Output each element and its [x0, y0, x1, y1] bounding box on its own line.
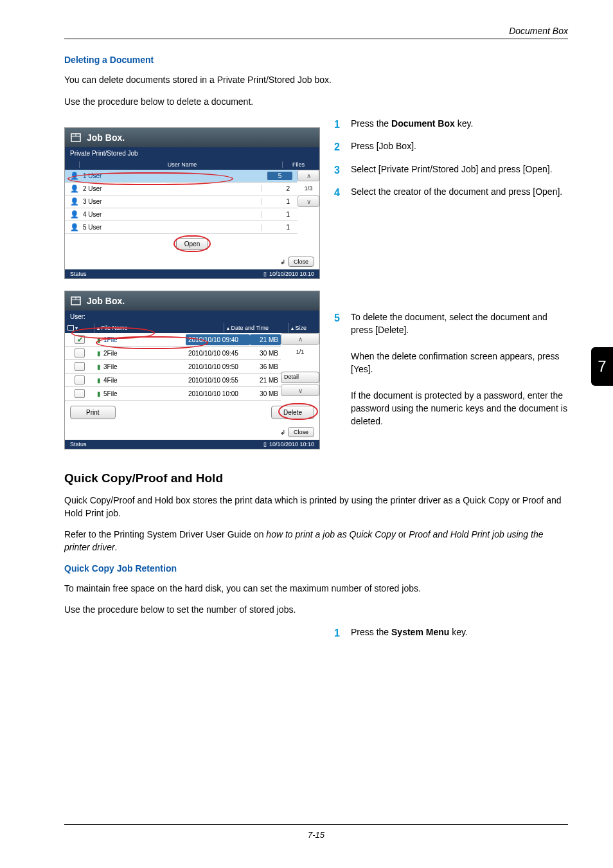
timestamp: 10/10/2010 10:10 — [269, 441, 314, 448]
step-num: 2 — [334, 140, 351, 154]
select-all[interactable]: ▾ — [65, 323, 94, 333]
col-date: Date and Time — [231, 325, 269, 331]
intro-p2: Use the procedure below to delete a docu… — [64, 96, 568, 109]
user-icon: 👤 — [70, 172, 79, 180]
file-checkbox[interactable] — [75, 362, 85, 371]
panel-title: Job Box. — [87, 296, 125, 306]
section2-step-1: 1 Press the System Menu key. — [334, 626, 568, 640]
user-row[interactable]: 👤2 User2 — [65, 183, 298, 195]
file-checkbox[interactable] — [75, 348, 85, 357]
file-checkbox[interactable]: ✔ — [75, 335, 85, 344]
file-name: 1File — [103, 336, 118, 343]
file-row[interactable]: ▮2File2010/10/10 09:4530 MB — [65, 347, 281, 360]
file-size: 21 MB — [250, 375, 281, 386]
section2-sub: Quick Copy Job Retention — [64, 563, 568, 574]
doc-icon: ▮ — [97, 336, 101, 343]
print-button[interactable]: Print — [70, 406, 116, 419]
file-header: ▾ ▴ File Name ▴ Date and Time ▴ Size — [65, 323, 319, 333]
step-3: 3 Select [Private Print/Stored Job] and … — [334, 163, 568, 177]
divider — [64, 39, 568, 39]
panel-title: Job Box. — [87, 132, 125, 143]
file-checkbox[interactable] — [75, 375, 85, 384]
open-button[interactable]: Open — [176, 238, 208, 250]
nav-page: 1/3 — [298, 183, 319, 194]
user-name: 1 User — [83, 172, 262, 179]
doc-icon: ▮ — [97, 377, 101, 384]
list-header: User Name Files — [65, 159, 319, 170]
step-num: 4 — [334, 185, 351, 200]
file-name: 5File — [103, 390, 118, 397]
step-4: 4 Select the creator of the document and… — [334, 185, 568, 200]
flag-icon: ▯ — [263, 271, 267, 277]
col-file-name: File Name — [102, 325, 128, 331]
box-icon — [70, 295, 82, 307]
enter-icon: ↲ — [280, 429, 285, 436]
page-footer: 7-15 — [64, 824, 568, 840]
status-label: Status — [70, 271, 87, 277]
flag-icon: ▯ — [263, 441, 267, 448]
timestamp: 10/10/2010 10:10 — [269, 271, 314, 277]
file-count: 2 — [262, 185, 292, 192]
doc-icon: ▮ — [97, 350, 101, 357]
close-button[interactable]: Close — [288, 257, 314, 267]
step-num: 1 — [334, 626, 351, 640]
chapter-tab: 7 — [591, 347, 613, 386]
nav-page: 1/1 — [281, 346, 319, 357]
delete-button[interactable]: Delete — [271, 406, 314, 419]
file-checkbox[interactable] — [75, 389, 85, 398]
doc-icon: ▮ — [97, 363, 101, 370]
job-box-users-panel: Job Box. Private Print/Stored Job User N… — [64, 127, 320, 279]
file-size: 30 MB — [250, 388, 281, 399]
user-row[interactable]: 👤3 User1 — [65, 195, 298, 208]
step-1: 1 Press the Document Box key. — [334, 117, 568, 132]
panel-titlebar: Job Box. — [65, 291, 319, 311]
col-size: Size — [296, 325, 307, 331]
file-date: 2010/10/10 09:55 — [186, 375, 250, 386]
intro-p1: You can delete documents stored in a Pri… — [64, 74, 568, 87]
section2-p4: Use the procedure below to set the numbe… — [64, 604, 568, 617]
detail-button[interactable]: Detail — [281, 372, 319, 383]
file-row[interactable]: ▮4File2010/10/10 09:5521 MB — [65, 374, 281, 387]
nav-down[interactable]: ∨ — [281, 384, 319, 396]
file-date: 2010/10/10 09:40 — [186, 334, 250, 345]
box-icon — [70, 132, 82, 143]
crumb: Private Print/Stored Job — [65, 147, 319, 159]
section2-p1: Quick Copy/Proof and Hold box stores the… — [64, 494, 568, 520]
user-name: 2 User — [83, 185, 262, 192]
col-files: Files — [282, 161, 314, 168]
user-name: 5 User — [83, 224, 262, 231]
user-row[interactable]: 👤1 User5 — [65, 170, 298, 183]
user-row[interactable]: 👤5 User1 — [65, 221, 298, 234]
file-row[interactable]: ✔▮1File2010/10/10 09:4021 MB — [65, 333, 281, 347]
nav-down[interactable]: ∨ — [298, 195, 319, 207]
section2-p3: To maintain free space on the hard disk,… — [64, 583, 568, 595]
file-date: 2010/10/10 09:50 — [186, 361, 250, 372]
file-count: 1 — [262, 211, 292, 218]
nav: ∧ 1/3 ∨ — [298, 170, 319, 234]
user-name: 3 User — [83, 198, 262, 205]
job-box-files-panel: Job Box. User: ▾ ▴ File Name ▴ Date and … — [64, 291, 320, 449]
page-header: Document Box — [64, 26, 568, 39]
user-row[interactable]: 👤4 User1 — [65, 208, 298, 221]
step-5: 5 To delete the document, select the doc… — [334, 311, 568, 428]
close-button[interactable]: Close — [288, 427, 314, 437]
nav-up[interactable]: ∧ — [281, 333, 319, 345]
status-bar: Status ▯10/10/2010 10:10 — [65, 269, 319, 278]
file-date: 2010/10/10 09:45 — [186, 348, 250, 359]
section2-title: Quick Copy/Proof and Hold — [64, 471, 568, 485]
file-name: 2File — [103, 350, 118, 357]
file-name: 4File — [103, 377, 118, 384]
step-num: 5 — [334, 311, 351, 428]
user-icon: 👤 — [70, 223, 79, 231]
panel-titlebar: Job Box. — [65, 128, 319, 147]
step-num: 1 — [334, 117, 351, 132]
file-date: 2010/10/10 10:00 — [186, 388, 250, 399]
file-row[interactable]: ▮5File2010/10/10 10:0030 MB — [65, 387, 281, 401]
step-2: 2 Press [Job Box]. — [334, 140, 568, 154]
file-count: 1 — [262, 224, 292, 231]
status-bar: Status ▯10/10/2010 10:10 — [65, 440, 319, 449]
nav-up[interactable]: ∧ — [298, 170, 319, 181]
file-row[interactable]: ▮3File2010/10/10 09:5036 MB — [65, 360, 281, 374]
section-title: Deleting a Document — [64, 55, 568, 65]
enter-icon: ↲ — [280, 258, 285, 266]
